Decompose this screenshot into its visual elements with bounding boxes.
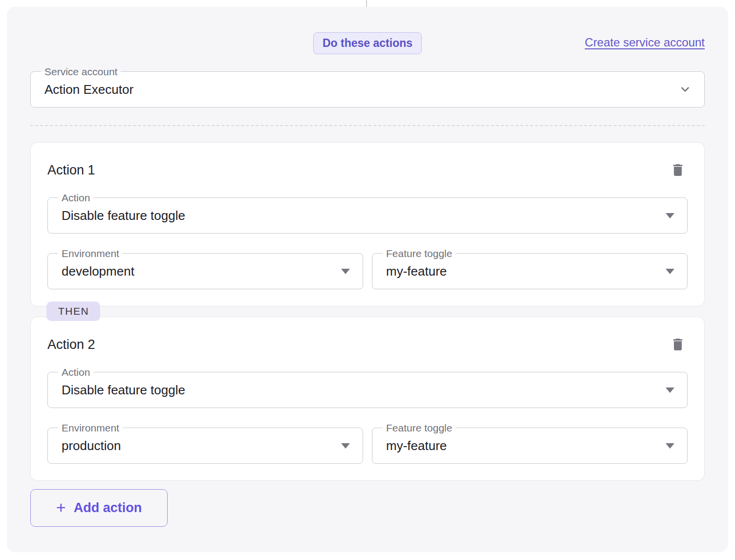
action-1-header: Action 1 [47,160,688,180]
panel-header: Do these actions Create service account [30,32,705,54]
do-these-actions-chip: Do these actions [313,32,422,54]
action-2-environment-value: production [62,438,335,453]
caret-down-icon [666,269,674,274]
caret-down-icon [341,269,350,274]
action-1-environment-label: Environment [58,248,123,259]
caret-down-icon [666,443,674,449]
action-1-action-select[interactable]: Action Disable feature toggle [47,197,688,234]
action-1-feature-toggle-select[interactable]: Feature toggle my-feature [372,253,688,289]
action-2-environment-label: Environment [58,422,123,433]
service-account-value: Action Executor [44,82,673,97]
flow-connector-line [366,0,367,7]
caret-down-icon [341,443,350,449]
plus-icon: + [56,499,66,516]
action-2-feature-toggle-label: Feature toggle [383,422,455,433]
delete-action-1-button[interactable] [668,160,688,180]
action-1-environment-value: development [62,264,335,279]
service-account-select[interactable]: Service account Action Executor [30,71,705,108]
add-action-label: Add action [74,500,142,516]
action-card-2: Action 2 Action Disable feature toggle E… [30,317,705,481]
chevron-down-icon [679,83,692,96]
action-1-feature-toggle-label: Feature toggle [383,248,455,259]
caret-down-icon [666,388,674,393]
action-2-header: Action 2 [47,335,688,354]
action-2-environment-select[interactable]: Environment production [47,428,363,464]
action-1-feature-toggle-value: my-feature [386,264,660,279]
action-2-action-label: Action [58,366,93,378]
action-1-action-value: Disable feature toggle [62,208,660,223]
then-badge: THEN [46,302,100,321]
action-1-action-label: Action [58,192,93,203]
create-service-account-link[interactable]: Create service account [585,36,705,49]
delete-action-2-button[interactable] [668,335,688,354]
action-2-action-value: Disable feature toggle [62,383,660,398]
caret-down-icon [666,213,674,218]
action-1-title: Action 1 [47,160,95,180]
action-2-params-row: Environment production Feature toggle my… [47,428,688,464]
action-2-title: Action 2 [47,335,95,354]
dashed-divider [30,125,705,126]
trash-icon [670,162,686,178]
action-1-environment-select[interactable]: Environment development [47,253,363,289]
action-card-1: Action 1 Action Disable feature toggle E… [30,142,705,306]
action-2-action-select[interactable]: Action Disable feature toggle [47,372,688,408]
action-1-params-row: Environment development Feature toggle m… [47,253,688,289]
do-these-actions-panel: Do these actions Create service account … [7,7,728,552]
action-2-feature-toggle-select[interactable]: Feature toggle my-feature [372,428,688,464]
add-action-button[interactable]: + Add action [30,489,168,527]
action-2-feature-toggle-value: my-feature [386,438,660,453]
trash-icon [670,337,686,352]
service-account-label: Service account [41,66,121,77]
